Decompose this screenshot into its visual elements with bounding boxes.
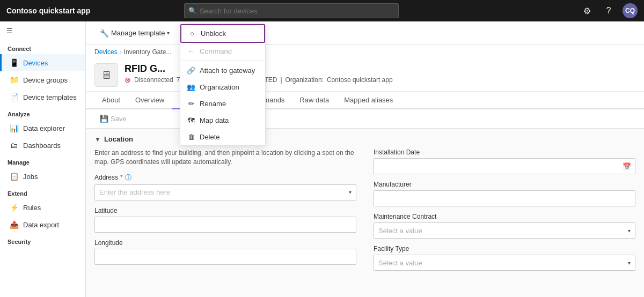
location-section: ▼ Location Enter an address to find your… [86,129,644,284]
latitude-field: Latitude [94,207,356,233]
tab-about[interactable]: About [94,92,128,109]
data-explorer-icon: 📊 [9,124,19,132]
organization-icon: 👥 [187,83,195,91]
sidebar-item-data-export-label: Data export [23,221,59,229]
hamburger-menu[interactable]: ☰ [0,21,85,40]
data-export-icon: 📤 [9,220,19,229]
sidebar-item-device-templates[interactable]: 📄 Device templates [0,88,85,106]
sidebar-item-devices[interactable]: 📱 Devices [0,54,85,71]
form-left-col: Enter an address to find your building, … [94,148,356,277]
sidebar-item-devices-label: Devices [23,59,48,67]
status-error-icon: ⊗ [125,76,131,84]
breadcrumb-devices-link[interactable]: Devices [94,48,118,56]
facility-type-select[interactable]: Select a value ▾ [374,255,635,271]
address-label: Address * ⓘ [94,173,356,182]
devices-icon: 📱 [9,58,19,67]
device-org-label: Organization: [286,76,324,84]
sidebar-item-rules-label: Rules [23,204,41,212]
jobs-icon: 📋 [9,172,19,181]
dropdown-item-map-data[interactable]: 🗺 Map data [180,112,265,129]
delete-icon: 🗑 [187,133,195,141]
topbar: Contoso quickstart app 🔍 ⚙ ? CQ [0,0,644,21]
device-groups-icon: 📁 [9,76,19,84]
form-grid: Enter an address to find your building, … [94,148,635,277]
sidebar-item-dashboards-label: Dashboards [23,142,61,150]
manufacturer-input[interactable] [374,190,635,206]
tab-raw-data[interactable]: Raw data [292,92,336,109]
sidebar-item-device-groups-label: Device groups [23,76,68,84]
sidebar-item-rules[interactable]: ⚡ Rules [0,199,85,216]
tabs-bar: About Overview Re... Devices Commands Ra… [86,92,644,109]
dashboards-icon: 🗂 [9,141,19,150]
latitude-input[interactable] [94,217,356,233]
dropdown-item-unblock[interactable]: ○ Unblock [180,24,265,43]
longitude-field: Longitude [94,239,356,265]
sidebar: ☰ Connect 📱 Devices 📁 Device groups 📄 De… [0,21,86,297]
sidebar-item-data-export[interactable]: 📤 Data export [0,216,85,233]
main-content: 🔧 Manage template ▾ ⚙ Manage device ▾ ○ … [86,21,644,297]
manage-template-button[interactable]: 🔧 Manage template ▾ [94,26,175,40]
help-button[interactable]: ? [601,3,616,18]
maintenance-contract-label: Maintenance Contract [374,213,635,220]
avatar[interactable]: CQ [623,3,638,18]
address-label-text: Address [94,174,118,181]
breadcrumb-separator: › [120,48,122,56]
manufacturer-field: Manufacturer [374,181,635,206]
installation-date-input[interactable] [374,158,635,174]
sidebar-section-manage: Manage [0,154,85,168]
manage-template-label: Manage template [111,29,165,37]
sidebar-item-jobs-label: Jobs [23,173,38,181]
search-input[interactable] [184,3,399,18]
location-hint: Enter an address to find your building, … [94,148,356,167]
save-icon: 💾 [100,115,108,123]
sidebar-item-device-templates-label: Device templates [23,93,77,101]
save-button[interactable]: 💾 Save [94,113,132,125]
dropdown-item-rename[interactable]: ✏ Rename [180,95,265,112]
maintenance-select-placeholder: Select a value [378,227,422,235]
address-select[interactable]: Enter the address here ▾ [94,184,356,201]
maintenance-contract-select[interactable]: Select a value ▾ [374,222,635,239]
manage-device-dropdown: ○ Unblock ← Command 🔗 Attach to gateway … [180,24,266,146]
address-dropdown-arrow: ▾ [349,189,352,195]
tab-overview[interactable]: Overview [128,92,172,109]
device-meta-sep2: | [280,76,282,84]
device-header: 🖥 RFID G... ⊗ Disconnected 7/2022, 1:08:… [86,59,644,92]
dropdown-divider [180,61,265,61]
address-placeholder: Enter the address here [99,188,170,196]
installation-date-label: Installation Date [374,148,635,156]
save-label: Save [111,115,127,123]
tab-mapped-aliases[interactable]: Mapped aliases [336,92,400,109]
dropdown-item-unblock-label: Unblock [201,29,226,38]
search-icon: 🔍 [188,7,196,14]
sidebar-item-jobs[interactable]: 📋 Jobs [0,168,85,185]
latitude-label: Latitude [94,207,356,214]
sidebar-item-device-groups[interactable]: 📁 Device groups [0,71,85,88]
dropdown-item-delete[interactable]: 🗑 Delete [180,129,265,145]
sidebar-item-dashboards[interactable]: 🗂 Dashboards [0,137,85,154]
dropdown-item-attach-gateway-label: Attach to gateway [200,66,255,75]
address-field: Address * ⓘ Enter the address here ▾ [94,173,356,201]
dropdown-item-command-label: Command [200,47,232,55]
dropdown-item-command: ← Command [180,43,265,60]
longitude-input[interactable] [94,249,356,265]
save-bar: 💾 Save [86,109,644,129]
longitude-label: Longitude [94,239,356,247]
address-required-marker: * [120,174,123,181]
device-org-name: Contoso quickstart app [327,76,393,84]
device-status-label: Disconnected [134,76,173,84]
form-right-col: Installation Date 📅 Manufacturer Mainte [374,148,635,277]
dropdown-item-attach-gateway[interactable]: 🔗 Attach to gateway [180,62,265,79]
topbar-actions: ⚙ ? CQ [580,3,638,18]
settings-button[interactable]: ⚙ [580,3,595,18]
facility-type-field: Facility Type Select a value ▾ [374,245,635,271]
address-info-icon[interactable]: ⓘ [125,173,131,182]
maintenance-select-arrow: ▾ [628,228,631,234]
dropdown-item-organization[interactable]: 👥 Organization [180,79,265,95]
dropdown-item-rename-label: Rename [200,100,226,108]
manufacturer-label: Manufacturer [374,181,635,188]
device-templates-icon: 📄 [9,93,19,101]
section-toggle-icon[interactable]: ▼ [94,136,101,143]
unblock-icon: ○ [188,29,196,38]
sidebar-item-data-explorer[interactable]: 📊 Data explorer [0,120,85,137]
facility-type-label: Facility Type [374,245,635,253]
